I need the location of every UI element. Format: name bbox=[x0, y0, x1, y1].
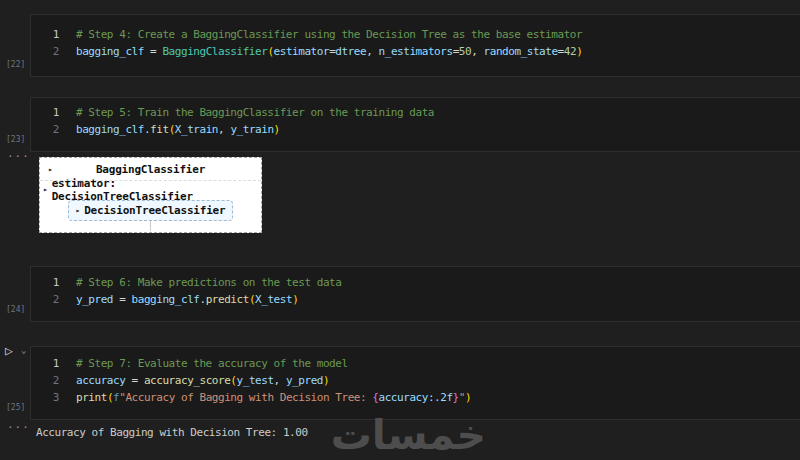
output-collapse-toggle[interactable]: ··· bbox=[7, 150, 30, 163]
execution-count: [23] bbox=[6, 135, 25, 144]
code-cell-23[interactable]: 1# Step 5: Train the BaggingClassifier o… bbox=[30, 97, 800, 152]
code-cell-25[interactable]: 1# Step 7: Evaluate the accuracy of the … bbox=[30, 346, 800, 420]
line-number: 2 bbox=[31, 43, 59, 60]
code-text: # Step 5: Train the BaggingClassifier on… bbox=[76, 104, 434, 121]
line-number: 2 bbox=[31, 291, 59, 308]
code-text: y_pred = bagging_clf.predict(X_test) bbox=[76, 291, 298, 308]
code-token: ) bbox=[274, 123, 280, 136]
code-token: 50 bbox=[459, 45, 471, 58]
code-token: ) bbox=[576, 45, 582, 58]
code-token: n_estimators bbox=[379, 45, 453, 58]
line-number: 2 bbox=[31, 372, 59, 389]
code-line[interactable]: 2bagging_clf.fit(X_train, y_train) bbox=[31, 121, 800, 138]
code-line[interactable]: 2accuracy = accuracy_score(y_test, y_pre… bbox=[31, 372, 800, 389]
code-token: # Step 4: Create a BaggingClassifier usi… bbox=[76, 28, 582, 41]
code-line[interactable]: 1# Step 4: Create a BaggingClassifier us… bbox=[31, 26, 800, 43]
nested-estimator-label: DecisionTreeClassifier bbox=[84, 204, 225, 217]
khamsat-watermark: خمسات bbox=[346, 415, 486, 456]
code-text: # Step 6: Make predictions on the test d… bbox=[76, 274, 341, 291]
sklearn-estimator-widget: ▸ BaggingClassifier ▸ estimator: Decisio… bbox=[39, 157, 262, 233]
code-token: , bbox=[218, 123, 230, 136]
run-cell-button[interactable]: ▷ bbox=[5, 344, 13, 358]
code-token: "Accuracy of Bagging with Decision Tree: bbox=[119, 391, 372, 404]
code-token: accuracy bbox=[76, 374, 125, 387]
estimator-param-row[interactable]: ▸ estimator: DecisionTreeClassifier bbox=[40, 181, 261, 198]
code-token: accuracy:.2f bbox=[379, 391, 453, 404]
code-cell-22[interactable]: 1# Step 4: Create a BaggingClassifier us… bbox=[30, 14, 800, 77]
code-token: X_test bbox=[255, 293, 292, 306]
code-token: dtree bbox=[335, 45, 366, 58]
output-collapse-toggle[interactable]: ··· bbox=[7, 421, 30, 434]
code-line[interactable]: 1# Step 6: Make predictions on the test … bbox=[31, 274, 800, 291]
code-token: = bbox=[113, 293, 132, 306]
code-text: # Step 7: Evaluate the accuracy of the m… bbox=[76, 355, 348, 372]
line-number: 2 bbox=[31, 121, 59, 138]
code-token: y_pred bbox=[286, 374, 323, 387]
tree-connector-line bbox=[150, 221, 151, 231]
code-token: accuracy_score bbox=[144, 374, 230, 387]
cell-output-text: Accuracy of Bagging with Decision Tree: … bbox=[36, 426, 308, 439]
code-token: 42 bbox=[564, 45, 576, 58]
nested-estimator-toggle[interactable]: ▸ DecisionTreeClassifier bbox=[68, 200, 234, 221]
code-line[interactable]: 3print(f"Accuracy of Bagging with Decisi… bbox=[31, 389, 800, 406]
line-number: 3 bbox=[31, 389, 59, 406]
execution-count: [24] bbox=[6, 305, 25, 314]
code-token: , bbox=[274, 374, 286, 387]
code-token: = bbox=[144, 45, 163, 58]
code-text: bagging_clf = BaggingClassifier(estimato… bbox=[76, 43, 582, 60]
code-token: bagging_clf bbox=[76, 45, 144, 58]
line-number: 1 bbox=[31, 355, 59, 372]
code-token: y_pred bbox=[76, 293, 113, 306]
nested-estimator-area: ▸ DecisionTreeClassifier bbox=[40, 198, 261, 231]
execution-count: [25] bbox=[6, 403, 25, 412]
code-token: # Step 5: Train the BaggingClassifier on… bbox=[76, 106, 434, 119]
code-token: bagging_clf bbox=[132, 293, 200, 306]
code-token: # Step 6: Make predictions on the test d… bbox=[76, 276, 341, 289]
code-token: # Step 7: Evaluate the accuracy of the m… bbox=[76, 357, 348, 370]
code-token: ) bbox=[465, 391, 471, 404]
line-number: 1 bbox=[31, 26, 59, 43]
code-token: estimator bbox=[274, 45, 330, 58]
code-token: bagging_clf bbox=[76, 123, 144, 136]
expand-caret-icon[interactable]: ▸ bbox=[43, 185, 48, 194]
code-token: y_test bbox=[237, 374, 274, 387]
code-line[interactable]: 1# Step 5: Train the BaggingClassifier o… bbox=[31, 104, 800, 121]
code-token: , bbox=[366, 45, 378, 58]
code-text: bagging_clf.fit(X_train, y_train) bbox=[76, 121, 280, 138]
estimator-title-row[interactable]: ▸ BaggingClassifier bbox=[40, 158, 261, 181]
code-token: BaggingClassifier bbox=[162, 45, 267, 58]
execution-count: [22] bbox=[6, 60, 25, 69]
code-token: y_train bbox=[230, 123, 273, 136]
code-token: , bbox=[471, 45, 483, 58]
code-line[interactable]: 2bagging_clf = BaggingClassifier(estimat… bbox=[31, 43, 800, 60]
line-number: 1 bbox=[31, 274, 59, 291]
code-token: random_state bbox=[484, 45, 558, 58]
code-token: predict bbox=[206, 293, 249, 306]
code-text: accuracy = accuracy_score(y_test, y_pred… bbox=[76, 372, 329, 389]
code-token: print bbox=[76, 391, 107, 404]
code-line[interactable]: 1# Step 7: Evaluate the accuracy of the … bbox=[31, 355, 800, 372]
code-cell-24[interactable]: 1# Step 6: Make predictions on the test … bbox=[30, 266, 800, 322]
line-number: 1 bbox=[31, 104, 59, 121]
code-token: X_train bbox=[175, 123, 218, 136]
expand-caret-icon[interactable]: ▸ bbox=[76, 206, 81, 215]
code-token: ) bbox=[292, 293, 298, 306]
code-token: fit bbox=[150, 123, 169, 136]
chevron-down-icon[interactable]: ⌄ bbox=[21, 345, 26, 355]
code-token: ) bbox=[323, 374, 329, 387]
code-token: = bbox=[125, 374, 144, 387]
estimator-title: BaggingClassifier bbox=[40, 163, 261, 176]
code-text: print(f"Accuracy of Bagging with Decisio… bbox=[76, 389, 471, 406]
code-text: # Step 4: Create a BaggingClassifier usi… bbox=[76, 26, 582, 43]
expand-caret-icon[interactable]: ▸ bbox=[48, 165, 53, 174]
code-line[interactable]: 2y_pred = bagging_clf.predict(X_test) bbox=[31, 291, 800, 308]
